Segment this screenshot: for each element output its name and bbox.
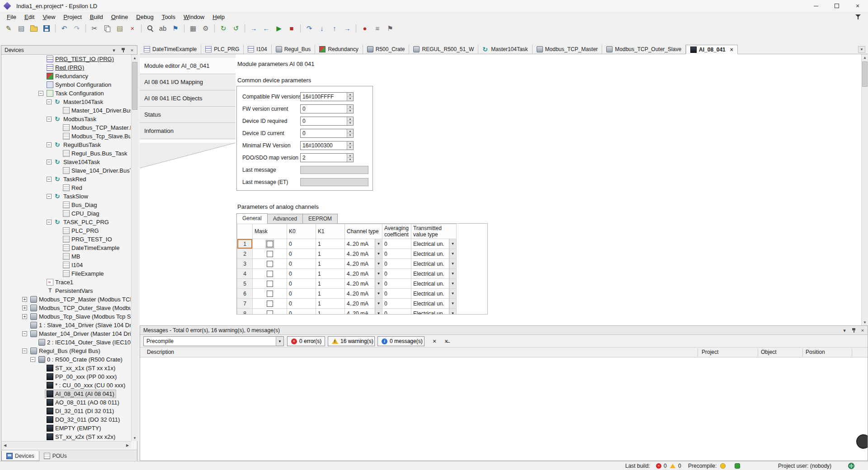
menu-help[interactable]: Help xyxy=(208,12,229,22)
tree-item[interactable]: PRG_TEST_IO (PRG) xyxy=(1,55,131,63)
k1-cell[interactable]: 1 xyxy=(316,259,345,269)
spinner-up-icon[interactable]: ▲ xyxy=(347,93,353,97)
doc-tab-regul-r500-51-w[interactable]: REGUL_R500_51_W xyxy=(409,45,478,54)
mask-checkbox[interactable] xyxy=(267,261,273,267)
chevron-down-icon[interactable]: ▼ xyxy=(449,309,456,315)
averaging-cell[interactable]: 0 xyxy=(382,289,411,299)
warnings-toggle-button[interactable]: 16 warning(s) xyxy=(328,336,375,346)
row-header[interactable]: 8 xyxy=(237,309,253,315)
errors-toggle-button[interactable]: × 0 error(s) xyxy=(287,336,325,346)
library-manager-button[interactable]: ▤ xyxy=(15,23,27,34)
tree-item[interactable]: −RegulBusTask xyxy=(1,141,131,149)
panel-menu-button[interactable]: ▾ xyxy=(841,327,848,334)
channel-type-select[interactable]: 4..20 mA▼ xyxy=(345,239,382,249)
doc-tab-i104[interactable]: I104 xyxy=(244,45,271,54)
tree-item[interactable]: MB xyxy=(1,252,131,261)
tree-item[interactable]: Modbus_TCP_Master.BusTask xyxy=(1,123,131,132)
mask-cell[interactable] xyxy=(253,299,287,308)
tree-item[interactable]: I104 xyxy=(1,261,131,269)
menu-debug[interactable]: Debug xyxy=(132,12,157,22)
averaging-cell[interactable]: 0 xyxy=(382,259,411,269)
expander-icon[interactable]: − xyxy=(47,177,52,182)
menu-view[interactable]: View xyxy=(38,12,59,22)
tree-item[interactable]: +Modbus_TCP_Master (Modbus TCP Master) xyxy=(1,295,131,304)
doc-tab-modbus-tcp-master[interactable]: Modbus_TCP_Master xyxy=(533,45,603,54)
mask-cell[interactable] xyxy=(253,279,287,288)
tree-item[interactable]: −TASK_PLC_PRG xyxy=(1,218,131,226)
channel-type-select[interactable]: 4..20 mA▼ xyxy=(345,259,382,268)
tree-item[interactable]: Redundancy xyxy=(1,72,131,80)
doc-tab-r500-crate[interactable]: R500_Crate xyxy=(363,45,410,54)
chevron-down-icon[interactable]: ▼ xyxy=(375,239,382,249)
averaging-cell[interactable]: 0 xyxy=(382,269,411,279)
tree-item[interactable]: −ModbusTask xyxy=(1,115,131,123)
call-stack-button[interactable]: ≡ xyxy=(372,23,383,34)
expander-icon[interactable]: − xyxy=(30,357,35,362)
doc-tab-datetimeexample[interactable]: DateTimeExample xyxy=(140,45,201,54)
expander-icon[interactable]: − xyxy=(47,220,52,225)
tree-item[interactable]: ST_xx_x2x (ST xx x2x) xyxy=(1,432,131,441)
row-header[interactable]: 7 xyxy=(237,299,253,309)
replace-button[interactable]: ab xyxy=(157,23,169,34)
filter-button[interactable] xyxy=(855,14,862,21)
panel-tab-pous[interactable]: POUs xyxy=(39,451,71,461)
transmitted-value-select[interactable]: Electrical un.▼ xyxy=(411,239,456,249)
tree-item[interactable]: 1 : Slave_104_Driver (Slave 104 Driver) xyxy=(1,321,131,329)
minimize-button[interactable] xyxy=(806,0,826,12)
mask-cell[interactable] xyxy=(253,239,287,249)
bookmark-button[interactable]: ⚑ xyxy=(170,23,181,34)
spinner[interactable]: ▲▼ xyxy=(347,105,353,113)
spinner-up-icon[interactable]: ▲ xyxy=(347,141,353,146)
scroll-right-icon[interactable]: ▶ xyxy=(124,442,131,448)
compatible-fw-versions-input[interactable]: 16#100FFFF▲▼ xyxy=(300,92,354,101)
row-header[interactable]: 2 xyxy=(237,249,253,259)
spinner-up-icon[interactable]: ▲ xyxy=(347,117,353,122)
sync-button[interactable]: ↺ xyxy=(230,23,242,34)
expander-icon[interactable]: − xyxy=(47,142,52,147)
copy-button[interactable] xyxy=(101,23,113,34)
averaging-cell[interactable]: 0 xyxy=(382,299,411,309)
mask-cell[interactable] xyxy=(253,289,287,298)
tree-item[interactable]: PersistentVars xyxy=(1,287,131,295)
row-header[interactable]: 4 xyxy=(237,269,253,279)
expander-icon[interactable]: + xyxy=(22,314,27,319)
doc-tab-modbus-tcp-outer-slave[interactable]: Modbus_TCP_Outer_Slave xyxy=(602,45,686,54)
transmitted-value-select[interactable]: Electrical un.▼ xyxy=(411,259,456,268)
device-id-current-input[interactable]: 0▲▼ xyxy=(300,129,354,138)
mask-cell[interactable] xyxy=(253,259,287,268)
k0-cell[interactable]: 0 xyxy=(287,269,316,279)
tree-item[interactable]: Trace1 xyxy=(1,278,131,287)
editor-nav-status[interactable]: Status xyxy=(140,107,236,123)
averaging-cell[interactable]: 0 xyxy=(382,249,411,259)
tree-item[interactable]: −Master_104_Driver (Master 104 Driver) xyxy=(1,329,131,338)
panel-close-button[interactable]: × xyxy=(128,47,136,54)
doc-tab-master104task[interactable]: Master104Task xyxy=(478,45,532,54)
spinner-down-icon[interactable]: ▼ xyxy=(347,146,353,150)
expander-icon[interactable]: + xyxy=(22,306,27,310)
mask-cell[interactable] xyxy=(253,269,287,278)
row-header[interactable]: 6 xyxy=(237,289,253,299)
cut-button[interactable]: ✂ xyxy=(89,23,100,34)
panel-pin-button[interactable] xyxy=(850,327,857,334)
tab-overflow-button[interactable]: ▼ xyxy=(858,46,865,53)
stop-button[interactable]: ■ xyxy=(286,23,297,34)
tree-item[interactable]: Modbus_Tcp_Slave.BusTask xyxy=(1,132,131,141)
refresh-button[interactable]: ↻ xyxy=(217,23,229,34)
param-tab-general[interactable]: General xyxy=(236,213,268,224)
tree-item[interactable]: Symbol Configuration xyxy=(1,80,131,89)
k0-cell[interactable]: 0 xyxy=(287,259,316,269)
expander-icon[interactable]: − xyxy=(47,160,52,164)
k1-cell[interactable]: 1 xyxy=(316,309,345,315)
spinner[interactable]: ▲▼ xyxy=(347,129,353,137)
tree-item[interactable]: AI_08_041 (AI 08 041) xyxy=(1,390,131,398)
channel-type-select[interactable]: 4..20 mA▼ xyxy=(345,289,382,298)
maximize-button[interactable] xyxy=(826,0,847,12)
spinner[interactable]: ▲▼ xyxy=(347,117,353,125)
messages-toggle-button[interactable]: i 0 message(s) xyxy=(377,336,425,346)
chevron-down-icon[interactable]: ▼ xyxy=(449,249,456,258)
menu-edit[interactable]: Edit xyxy=(20,12,38,22)
tree-item[interactable]: −Regul_Bus (Regul Bus) xyxy=(1,347,131,355)
spinner-down-icon[interactable]: ▼ xyxy=(347,109,353,113)
averaging-cell[interactable]: 0 xyxy=(382,279,411,289)
row-header[interactable]: 3 xyxy=(237,259,253,269)
